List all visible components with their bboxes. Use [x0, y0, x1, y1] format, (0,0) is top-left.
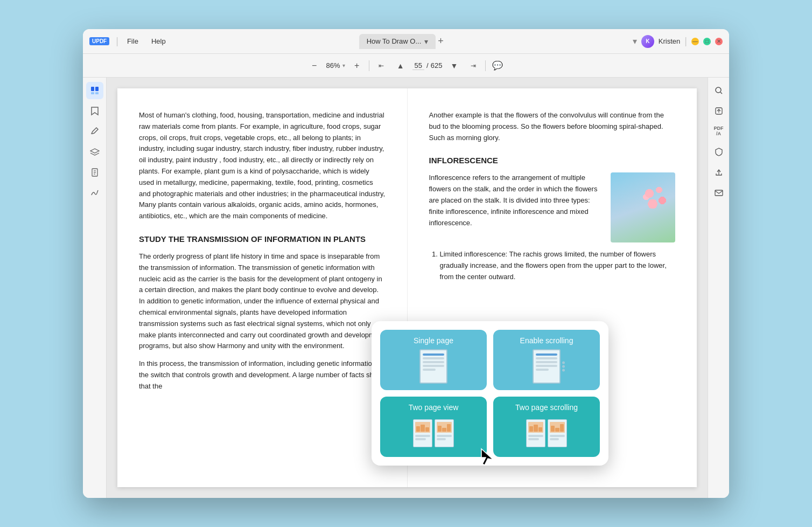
dropdown-arrow[interactable]: ▾ [633, 36, 637, 46]
sidebar-signatures[interactable] [86, 184, 103, 202]
view-popup-container: Single page E [372, 321, 608, 466]
scroll-line-3 [536, 365, 557, 367]
page-mini-left [413, 419, 432, 447]
scroll-indicator [562, 362, 565, 372]
two-page-view-option[interactable]: Two page view [380, 397, 487, 457]
mini-chart-left [415, 422, 430, 433]
last-page-button[interactable]: ⇥ [466, 58, 481, 73]
next-page-button[interactable]: ▼ [446, 58, 461, 73]
page2-heading1: INFLORESCENCE [429, 154, 676, 167]
page-control: 55 / 625 [412, 61, 443, 70]
user-name: Kristen [659, 37, 680, 45]
right-mail-button[interactable] [710, 184, 727, 202]
document-tab[interactable]: How To Draw O... ▾ [359, 34, 436, 49]
single-page-icon [412, 350, 455, 383]
page-scroll-mini-left [526, 419, 545, 447]
page-sep: / [426, 61, 429, 70]
zoom-control[interactable]: 86% ▾ [326, 61, 345, 70]
zoom-in-icon: + [354, 61, 359, 71]
right-protect-button[interactable] [710, 143, 727, 161]
maximize-button[interactable]: □ [703, 38, 711, 45]
zoom-dropdown-icon: ▾ [342, 63, 345, 68]
prev-page-button[interactable]: ▲ [393, 58, 408, 73]
page1-para2: The orderly progress of plant life histo… [139, 251, 386, 352]
mouse-cursor [479, 448, 495, 471]
svg-rect-13 [715, 190, 723, 196]
tab-area: How To Draw O... ▾ + [174, 34, 628, 49]
page2-para1: Another example is that the flowers of t… [429, 110, 676, 143]
view-options-popup: Single page E [372, 321, 608, 466]
main-area: Most of human's clothing, food, housing,… [83, 78, 729, 498]
user-initials: K [646, 38, 649, 44]
inflorescence-section: Inflorescence refers to the arrangement … [429, 172, 676, 242]
current-page[interactable]: 55 [412, 61, 424, 70]
scroll-line-2 [536, 361, 557, 363]
sidebar-annotations[interactable] [86, 123, 103, 140]
toolbar-separator-1 [369, 60, 369, 71]
enable-scrolling-label: Enable scrolling [520, 336, 573, 345]
page-line-blue-1 [423, 353, 444, 356]
title-bar: UPDF | File Help How To Draw O... ▾ + ▾ … [83, 29, 729, 54]
first-page-button[interactable]: ⇤ [374, 58, 389, 73]
user-avatar: K [641, 35, 654, 48]
svg-point-8 [716, 87, 721, 93]
close-button[interactable]: ✕ [715, 38, 723, 45]
two-page-scrolling-label: Two page scrolling [515, 403, 578, 412]
new-tab-button[interactable]: + [438, 36, 444, 47]
total-pages: 625 [431, 61, 443, 70]
scroll-page-preview [533, 349, 561, 384]
two-page-preview [413, 419, 454, 447]
page-scroll-mini-right [548, 419, 567, 447]
zoom-in-button[interactable]: + [349, 58, 365, 73]
app-logo: UPDF [89, 37, 109, 45]
single-page-label: Single page [414, 336, 453, 345]
svg-line-9 [720, 92, 722, 94]
toolbar-separator-2 [485, 60, 486, 71]
document-page-1: Most of human's clothing, food, housing,… [117, 88, 407, 487]
single-page-preview [419, 349, 447, 384]
document-area[interactable]: Most of human's clothing, food, housing,… [107, 78, 708, 498]
svg-rect-2 [91, 92, 94, 94]
mini-chart-right [437, 422, 452, 433]
comment-button[interactable]: 💬 [490, 58, 505, 73]
scroll-line-blue [536, 353, 557, 356]
svg-rect-0 [91, 87, 94, 91]
enable-scrolling-icon [525, 350, 568, 383]
svg-rect-3 [95, 92, 99, 94]
title-bar-right: ▾ K Kristen | — □ ✕ [633, 35, 723, 48]
menu-file[interactable]: File [123, 35, 143, 47]
sidebar-layers[interactable] [86, 143, 103, 161]
scroll-line-1 [536, 357, 557, 359]
zoom-out-icon: − [312, 61, 317, 71]
zoom-level: 86% [326, 61, 340, 70]
sidebar-bookmarks[interactable] [86, 102, 103, 120]
sidebar-thumbnails[interactable] [86, 82, 103, 99]
single-page-option[interactable]: Single page [380, 330, 487, 390]
flower-image [611, 172, 675, 242]
zoom-out-button[interactable]: − [307, 58, 322, 73]
page-mini-right [435, 419, 454, 447]
page1-heading1: STUDY THE TRANSMISSION OF INFORMATION IN… [139, 233, 386, 246]
right-search-button[interactable] [710, 82, 727, 99]
mini-chart-scroll-left [528, 422, 543, 433]
menu-help[interactable]: Help [147, 35, 170, 47]
left-sidebar [83, 78, 107, 498]
two-page-scrolling-option[interactable]: Two page scrolling [493, 397, 600, 457]
page-line-gray-3 [423, 365, 444, 367]
svg-rect-1 [95, 87, 99, 91]
tab-title: How To Draw O... [367, 37, 422, 45]
right-pdfa-button[interactable]: PDF/A [710, 123, 727, 140]
scroll-line-4 [536, 369, 549, 371]
two-page-scrolling-icon [525, 417, 568, 449]
mini-chart-scroll-right [550, 422, 565, 433]
page1-para3: In this process, the transmission of inf… [139, 358, 386, 392]
right-share-button[interactable] [710, 164, 727, 181]
page1-para1: Most of human's clothing, food, housing,… [139, 110, 386, 222]
enable-scrolling-option[interactable]: Enable scrolling [493, 330, 600, 390]
minimize-button[interactable]: — [691, 38, 699, 45]
inflorescence-list: Limited inflorescence: The rachis grows … [429, 249, 676, 282]
page-line-gray-4 [423, 369, 436, 371]
sidebar-attachments[interactable] [86, 164, 103, 181]
app-window: UPDF | File Help How To Draw O... ▾ + ▾ … [83, 29, 729, 498]
right-export-button[interactable] [710, 102, 727, 120]
